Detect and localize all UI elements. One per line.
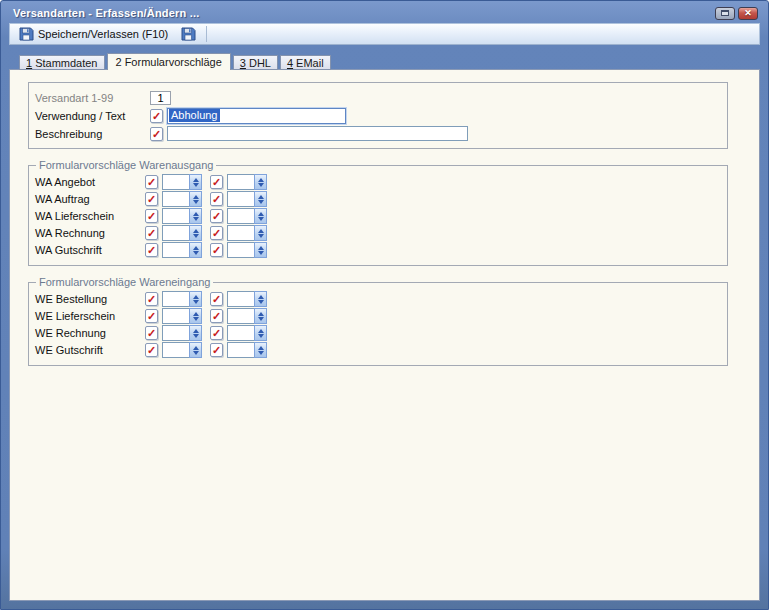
form-row: WA Auftrag ✓ ✓: [35, 191, 721, 207]
form-number-spinner: [227, 225, 267, 241]
spinner-arrows-icon[interactable]: [189, 174, 202, 190]
form-number-input[interactable]: [227, 174, 254, 190]
close-icon: ✕: [744, 9, 752, 18]
row-label: WE Lieferschein: [35, 310, 145, 322]
check-icon[interactable]: ✓: [150, 127, 163, 141]
check-icon[interactable]: ✓: [210, 309, 223, 323]
form-number-input[interactable]: [162, 174, 189, 190]
beschreibung-input[interactable]: [167, 126, 468, 141]
tab-strip: 1 Stammdaten 2 Formularvorschläge 3 DHL …: [19, 53, 760, 70]
check-icon[interactable]: ✓: [145, 343, 158, 357]
form-number-input[interactable]: [227, 225, 254, 241]
spinner-arrows-icon[interactable]: [189, 242, 202, 258]
form-number-spinner: [227, 291, 267, 307]
check-icon[interactable]: ✓: [145, 326, 158, 340]
form-number-input[interactable]: [162, 208, 189, 224]
check-icon[interactable]: ✓: [210, 343, 223, 357]
spinner-arrows-icon[interactable]: [189, 225, 202, 241]
versandart-input[interactable]: [150, 91, 171, 105]
wareneingang-group: Formularvorschläge Wareneingang WE Beste…: [28, 276, 728, 366]
check-icon[interactable]: ✓: [145, 292, 158, 306]
row-label: WE Rechnung: [35, 327, 145, 339]
check-icon[interactable]: ✓: [210, 175, 223, 189]
form-number-input[interactable]: [162, 342, 189, 358]
spinner-arrows-icon[interactable]: [254, 325, 267, 341]
form-number-input[interactable]: [162, 225, 189, 241]
check-icon[interactable]: ✓: [210, 226, 223, 240]
spinner-arrows-icon[interactable]: [254, 308, 267, 324]
form-number-input[interactable]: [162, 291, 189, 307]
toolbar: Speichern/Verlassen (F10): [9, 23, 760, 45]
form-number-input[interactable]: [227, 325, 254, 341]
form-number-spinner: [162, 174, 202, 190]
check-icon[interactable]: ✓: [210, 192, 223, 206]
check-icon[interactable]: ✓: [145, 175, 158, 189]
close-window-button[interactable]: ✕: [738, 7, 758, 20]
tab-stammdaten[interactable]: 1 Stammdaten: [19, 55, 105, 70]
spinner-arrows-icon[interactable]: [189, 308, 202, 324]
check-icon[interactable]: ✓: [210, 326, 223, 340]
form-number-input[interactable]: [227, 342, 254, 358]
form-number-input[interactable]: [227, 242, 254, 258]
toolbar-separator: [206, 26, 207, 42]
spinner-arrows-icon[interactable]: [189, 291, 202, 307]
check-icon[interactable]: ✓: [150, 109, 163, 123]
title-bar[interactable]: Versandarten - Erfassen/Ändern ... ✕: [9, 1, 760, 23]
check-icon[interactable]: ✓: [145, 226, 158, 240]
tab-email[interactable]: 4 EMail: [280, 55, 331, 70]
warenausgang-legend: Formularvorschläge Warenausgang: [36, 159, 216, 171]
spinner-arrows-icon[interactable]: [189, 208, 202, 224]
header-fields-group: Versandart 1-99 Verwendung / Text ✓ Abho…: [28, 82, 728, 149]
form-number-spinner: [227, 342, 267, 358]
form-number-spinner: [162, 225, 202, 241]
spinner-arrows-icon[interactable]: [254, 174, 267, 190]
warenausgang-group: Formularvorschläge Warenausgang WA Angeb…: [28, 159, 728, 266]
form-number-input[interactable]: [162, 308, 189, 324]
check-icon[interactable]: ✓: [210, 209, 223, 223]
restore-window-button[interactable]: [715, 7, 735, 20]
form-number-input[interactable]: [227, 291, 254, 307]
form-row: Beschreibung ✓: [35, 125, 721, 142]
spinner-arrows-icon[interactable]: [254, 291, 267, 307]
form-number-spinner: [162, 191, 202, 207]
selected-text: Abholung: [169, 109, 220, 122]
tab-dhl[interactable]: 3 DHL: [233, 55, 278, 70]
check-icon[interactable]: ✓: [145, 192, 158, 206]
beschreibung-label: Beschreibung: [35, 128, 150, 140]
form-row: WA Lieferschein ✓ ✓: [35, 208, 721, 224]
row-label: WE Bestellung: [35, 293, 145, 305]
spinner-arrows-icon[interactable]: [254, 191, 267, 207]
tab-formularvorschlaege[interactable]: 2 Formularvorschläge: [107, 53, 231, 70]
form-number-input[interactable]: [227, 308, 254, 324]
spinner-arrows-icon[interactable]: [254, 342, 267, 358]
spinner-arrows-icon[interactable]: [254, 242, 267, 258]
spinner-arrows-icon[interactable]: [254, 225, 267, 241]
spinner-arrows-icon[interactable]: [189, 342, 202, 358]
check-icon[interactable]: ✓: [145, 243, 158, 257]
form-row: WA Angebot ✓ ✓: [35, 174, 721, 190]
check-icon[interactable]: ✓: [145, 309, 158, 323]
check-icon[interactable]: ✓: [210, 243, 223, 257]
check-icon[interactable]: ✓: [145, 209, 158, 223]
row-label: WA Rechnung: [35, 227, 145, 239]
versandart-label: Versandart 1-99: [35, 92, 150, 104]
form-number-input[interactable]: [162, 242, 189, 258]
verwendung-input[interactable]: Abholung: [167, 108, 346, 124]
form-row: WE Lieferschein ✓ ✓: [35, 308, 721, 324]
form-number-input[interactable]: [162, 191, 189, 207]
tab-label: DHL: [249, 57, 271, 69]
form-number-spinner: [227, 308, 267, 324]
form-row: WA Rechnung ✓ ✓: [35, 225, 721, 241]
spinner-arrows-icon[interactable]: [254, 208, 267, 224]
save-button[interactable]: [175, 24, 201, 44]
form-number-input[interactable]: [162, 325, 189, 341]
spinner-arrows-icon[interactable]: [189, 191, 202, 207]
check-icon[interactable]: ✓: [210, 292, 223, 306]
save-exit-button[interactable]: Speichern/Verlassen (F10): [13, 24, 173, 44]
row-label: WA Lieferschein: [35, 210, 145, 222]
tab-label: EMail: [296, 57, 324, 69]
form-number-input[interactable]: [227, 191, 254, 207]
form-number-input[interactable]: [227, 208, 254, 224]
spinner-arrows-icon[interactable]: [189, 325, 202, 341]
row-label: WE Gutschrift: [35, 344, 145, 356]
